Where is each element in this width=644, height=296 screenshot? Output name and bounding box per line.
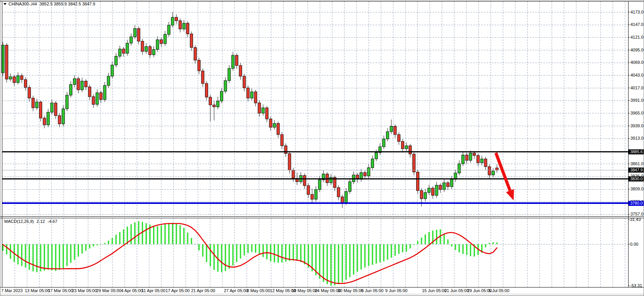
candle-body: [202, 71, 204, 84]
price-chart-canvas[interactable]: [0, 0, 644, 296]
candle-body: [70, 84, 72, 95]
time-axis-label: 17 Apr 05:00: [166, 288, 190, 293]
macd-signal-value: -4.67: [48, 219, 57, 224]
price-axis-tick-label: 4121.0: [630, 35, 644, 40]
time-axis-label: 23 Mar 05:00: [72, 288, 97, 293]
candle-body: [118, 49, 121, 56]
candle-body: [477, 156, 480, 163]
price-axis-tick-label: 4069.0: [630, 60, 644, 65]
candle-body: [432, 188, 434, 195]
candle-body: [17, 76, 19, 83]
candle-body: [390, 126, 393, 132]
candle-body: [420, 190, 423, 198]
candle-body: [435, 185, 438, 195]
candle-body: [88, 87, 91, 97]
candle-body: [266, 108, 268, 119]
grid-layer: [2, 2, 628, 287]
candle-body: [439, 185, 442, 190]
candle-body: [401, 141, 404, 149]
time-axis-label: 5 Jun 05:00: [361, 288, 384, 293]
candle-body: [228, 68, 231, 80]
time-axis-label: 15 Jun 05:00: [422, 288, 447, 293]
candle-body: [409, 146, 412, 154]
candle-body: [417, 172, 419, 191]
candle-body: [145, 46, 148, 51]
candle-body: [251, 92, 253, 98]
candle-body: [81, 81, 84, 90]
candle-body: [307, 186, 310, 195]
candle-body: [217, 101, 219, 107]
candle-body: [269, 119, 272, 127]
time-axis-label: 17 Mar 05:00: [48, 288, 73, 293]
candle-body: [284, 146, 287, 154]
candle-body: [43, 118, 46, 125]
candle-body: [198, 60, 200, 71]
candle-body: [209, 97, 212, 105]
candle-body: [273, 123, 276, 127]
candle-body: [465, 155, 468, 161]
candle-body: [167, 25, 170, 34]
candle-body: [186, 23, 189, 34]
candle-body: [175, 17, 178, 21]
candle-body: [239, 65, 242, 76]
candle-body: [58, 116, 61, 124]
time-axis-label: 13 Mar 05:00: [25, 288, 50, 293]
price-axis-tick-label: 3757.0: [630, 212, 644, 217]
price-axis-tick-label: 3913.0: [630, 136, 644, 141]
candle-body: [96, 93, 99, 104]
price-axis-tick-label: 3939.0: [630, 123, 644, 128]
candle-body: [277, 123, 280, 135]
candle-body: [24, 80, 27, 87]
down-arrow-shaft[interactable]: [496, 153, 510, 191]
symbol-dropdown-icon[interactable]: [3, 3, 7, 5]
symbol-ohlc-values: 3852.5 3859.9 3842.5 3847.9: [39, 2, 95, 6]
candle-body: [447, 183, 449, 186]
macd-name: MACD(12,26,9): [4, 219, 34, 224]
candle-body: [375, 152, 378, 159]
candle-body: [85, 81, 87, 87]
candle-body: [126, 43, 129, 53]
window-bottom-edge: [0, 293, 644, 296]
price-axis-tick-label: 3861.0: [630, 161, 644, 166]
candle-body: [348, 182, 351, 192]
down-arrow-head[interactable]: [506, 189, 514, 200]
candle-body: [318, 180, 321, 190]
candle-body: [66, 95, 68, 109]
time-axis-label: 24 May 05:00: [315, 288, 341, 293]
candle-body: [254, 92, 257, 103]
candle-body: [398, 135, 400, 142]
time-axis-label: 11 Apr 05:00: [142, 288, 166, 293]
candle-body: [330, 177, 332, 183]
time-axis-label: 27 Apr 05:00: [224, 288, 248, 293]
candle-body: [194, 48, 196, 60]
candle-body: [9, 77, 12, 79]
candle-body: [137, 29, 140, 41]
price-level-badge: 3780.0: [629, 201, 644, 206]
candle-body: [32, 98, 34, 108]
candle-body: [149, 46, 151, 55]
candle-body: [183, 23, 185, 29]
time-axis-label: 5 Jul 05:00: [489, 288, 509, 293]
candle-body: [469, 153, 472, 161]
price-level-badge: 3830.0: [629, 176, 644, 181]
candle-body: [39, 102, 42, 118]
candle-body: [122, 49, 125, 53]
candle-body: [51, 103, 53, 112]
candle-body: [152, 50, 155, 55]
candle-body: [364, 173, 366, 176]
candle-body: [133, 29, 136, 37]
macd-axis-tick-label: 0.00: [630, 242, 638, 247]
candle-body: [224, 80, 227, 91]
candle-body: [47, 112, 50, 125]
candle-body: [337, 188, 340, 197]
candle-body: [484, 159, 487, 167]
macd-axis-tick-label: -53.31: [630, 283, 642, 288]
candle-body: [164, 34, 166, 44]
price-level-badge: 3847.9: [629, 168, 644, 173]
price-axis-tick-label: 3991.0: [630, 98, 644, 103]
candle-body: [386, 132, 389, 139]
candle-body: [458, 164, 461, 173]
candle-body: [77, 79, 80, 90]
candle-body: [160, 40, 163, 44]
candle-body: [73, 79, 76, 84]
